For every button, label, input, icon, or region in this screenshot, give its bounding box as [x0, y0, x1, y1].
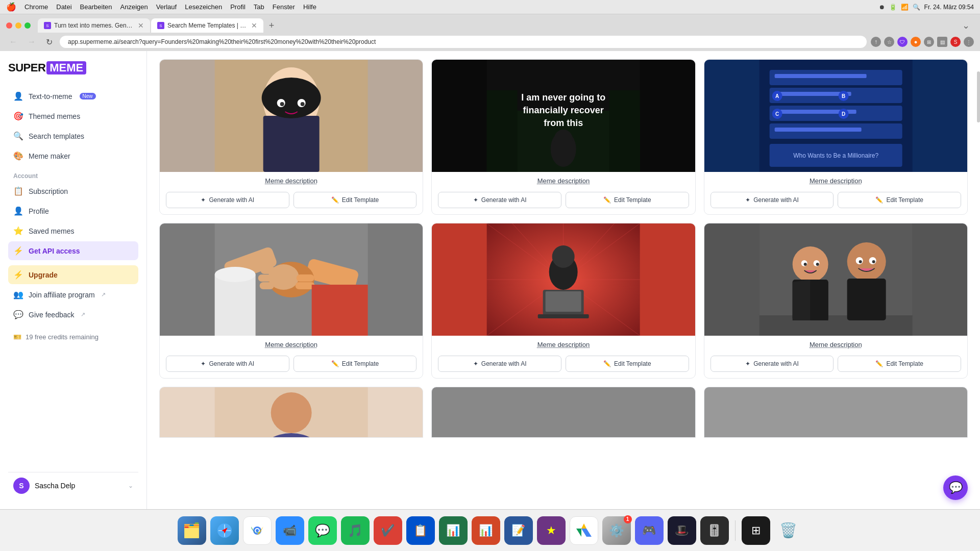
- dock-notchmeister[interactable]: ★: [537, 516, 566, 545]
- generate-ai-button-1[interactable]: ✦ Generate with AI: [166, 192, 289, 208]
- meme-desc-3[interactable]: Meme description: [704, 172, 967, 188]
- more-menu[interactable]: ⋮: [964, 37, 974, 47]
- dock-finder[interactable]: 🗂️: [178, 516, 206, 545]
- dock-spotify[interactable]: 🎵: [341, 516, 370, 545]
- extension-orange[interactable]: ●: [911, 37, 921, 47]
- sidebar-item-subscription[interactable]: 📋 Subscription: [8, 182, 138, 201]
- menu-fenster[interactable]: Fenster: [273, 3, 295, 11]
- dock-gdrive[interactable]: [570, 516, 598, 545]
- new-tab-button[interactable]: +: [264, 18, 279, 33]
- sidebar-item-feedback[interactable]: 💬 Give feedback ↗: [8, 305, 138, 324]
- sidebar-item-api-access[interactable]: ⚡ Get API access: [8, 241, 138, 260]
- menu-lesezeichen[interactable]: Lesezeichen: [185, 3, 222, 11]
- menu-bearbeiten[interactable]: Bearbeiten: [80, 3, 112, 11]
- bookmark-icon[interactable]: ☆: [884, 37, 894, 47]
- generate-icon-3: ✦: [745, 196, 750, 204]
- sidebar-item-themed-memes[interactable]: 🎯 Themed memes: [8, 107, 138, 126]
- minimize-window-button[interactable]: [15, 22, 21, 29]
- sidebar-item-saved-memes[interactable]: ⭐ Saved memes: [8, 221, 138, 240]
- tab-list-button[interactable]: ⌄: [962, 20, 970, 31]
- upgrade-button[interactable]: ⚡ Upgrade: [8, 265, 138, 284]
- dock-trello[interactable]: 📋: [406, 516, 435, 545]
- account-section-label: Account: [8, 166, 138, 182]
- extension-shield[interactable]: 🛡: [897, 37, 908, 47]
- notchmeister-icon-label: ★: [546, 524, 556, 537]
- edit-template-button-5[interactable]: ✏️ Edit Template: [566, 356, 689, 372]
- address-bar[interactable]: [60, 36, 867, 48]
- sidebar-item-affiliate[interactable]: 👥 Join affiliate program ↗: [8, 285, 138, 304]
- share-icon[interactable]: ↑: [871, 37, 881, 47]
- browser-tab-2[interactable]: S Search Meme Templates | Sup... ✕: [151, 18, 263, 33]
- sidebar-item-search-templates[interactable]: 🔍 Search templates: [8, 127, 138, 145]
- meme-desc-4[interactable]: Meme description: [160, 336, 423, 352]
- generate-ai-button-3[interactable]: ✦ Generate with AI: [710, 192, 834, 208]
- tab1-favicon: S: [44, 22, 51, 29]
- generate-icon-1: ✦: [201, 196, 206, 204]
- dock-powerpoint[interactable]: 📊: [472, 516, 500, 545]
- dock-audio[interactable]: 🎚️: [700, 516, 729, 545]
- menu-datei[interactable]: Datei: [56, 3, 71, 11]
- edit-template-button-4[interactable]: ✏️ Edit Template: [293, 356, 417, 372]
- edit-template-button-1[interactable]: ✏️ Edit Template: [293, 192, 417, 208]
- edit-template-button-6[interactable]: ✏️ Edit Template: [838, 356, 961, 372]
- close-window-button[interactable]: [6, 22, 12, 29]
- dock-excel[interactable]: 📊: [439, 516, 468, 545]
- user-profile-icon[interactable]: S: [950, 37, 961, 47]
- menu-tab[interactable]: Tab: [254, 3, 264, 11]
- generate-ai-button-5[interactable]: ✦ Generate with AI: [438, 356, 561, 372]
- search-mac-icon[interactable]: 🔍: [913, 4, 920, 11]
- sidebar-item-meme-maker[interactable]: 🎨 Meme maker: [8, 146, 138, 165]
- dock-whatsapp[interactable]: 💬: [308, 516, 337, 545]
- browser-tab-1[interactable]: S Turn text into memes. Genera... ✕: [38, 18, 150, 33]
- menu-anzeigen[interactable]: Anzeigen: [120, 3, 148, 11]
- dock-chrome[interactable]: [243, 516, 272, 545]
- edit-template-button-3[interactable]: ✏️ Edit Template: [838, 192, 961, 208]
- menu-hilfe[interactable]: Hilfe: [303, 3, 316, 11]
- dock-todoist[interactable]: ✔️: [374, 516, 402, 545]
- tab2-close[interactable]: ✕: [251, 21, 257, 30]
- mac-menu-items: Chrome Datei Bearbeiten Anzeigen Verlauf…: [24, 3, 316, 11]
- generate-ai-button-2[interactable]: ✦ Generate with AI: [438, 192, 561, 208]
- dock-spaces[interactable]: ⊞: [742, 516, 770, 545]
- chat-bubble-button[interactable]: 💬: [943, 475, 968, 500]
- dock-system-preferences[interactable]: ⚙️ 1: [602, 516, 631, 545]
- svg-marker-90: [576, 529, 581, 537]
- tab1-close[interactable]: ✕: [138, 21, 144, 30]
- meme-actions-5: ✦ Generate with AI ✏️ Edit Template: [432, 352, 695, 378]
- mac-status-icons: ⏺ 🔋 📶 🔍 Fr. 24. März 09:54: [879, 4, 974, 11]
- reload-button[interactable]: ↻: [43, 36, 56, 48]
- meme-desc-5[interactable]: Meme description: [432, 336, 695, 352]
- back-button[interactable]: ←: [6, 36, 20, 47]
- dock-discord[interactable]: 🎮: [635, 516, 664, 545]
- sidebar-item-profile[interactable]: 👤 Profile: [8, 202, 138, 220]
- menu-chrome[interactable]: Chrome: [24, 3, 48, 11]
- svg-text:B: B: [842, 93, 845, 99]
- dock-word[interactable]: 📝: [504, 516, 533, 545]
- alfred-icon-label: 🎩: [675, 524, 689, 537]
- generate-icon-2: ✦: [473, 196, 478, 204]
- sidebar-item-text-to-meme[interactable]: 👤 Text-to-meme New: [8, 87, 138, 106]
- menu-profil[interactable]: Profil: [230, 3, 246, 11]
- dock-trash[interactable]: 🗑️: [774, 516, 803, 545]
- dock-safari[interactable]: [210, 516, 239, 545]
- meme-desc-1[interactable]: Meme description: [160, 172, 423, 188]
- menu-verlauf[interactable]: Verlauf: [156, 3, 177, 11]
- browser-actions: ↑ ☆ 🛡 ● ⊞ ▤ S ⋮: [871, 37, 974, 47]
- generate-ai-button-6[interactable]: ✦ Generate with AI: [710, 356, 834, 372]
- meme-actions-2: ✦ Generate with AI ✏️ Edit Template: [432, 188, 695, 214]
- sidebar-toggle[interactable]: ▤: [937, 37, 947, 47]
- fullscreen-window-button[interactable]: [24, 22, 31, 29]
- extension-puzzle[interactable]: ⊞: [924, 37, 934, 47]
- meme-maker-icon: 🎨: [13, 151, 23, 161]
- meme-actions-6: ✦ Generate with AI ✏️ Edit Template: [704, 352, 967, 378]
- apple-icon[interactable]: 🍎: [6, 2, 16, 12]
- meme-desc-2[interactable]: Meme description: [432, 172, 695, 188]
- forward-button[interactable]: →: [24, 36, 39, 47]
- user-section[interactable]: S Sascha Delp ⌄: [8, 472, 138, 499]
- generate-ai-button-4[interactable]: ✦ Generate with AI: [166, 356, 289, 372]
- dock-zoom[interactable]: 📹: [276, 516, 304, 545]
- meme-desc-6[interactable]: Meme description: [704, 336, 967, 352]
- dock-alfred[interactable]: 🎩: [668, 516, 696, 545]
- person-icon: 👤: [13, 91, 23, 101]
- edit-template-button-2[interactable]: ✏️ Edit Template: [566, 192, 689, 208]
